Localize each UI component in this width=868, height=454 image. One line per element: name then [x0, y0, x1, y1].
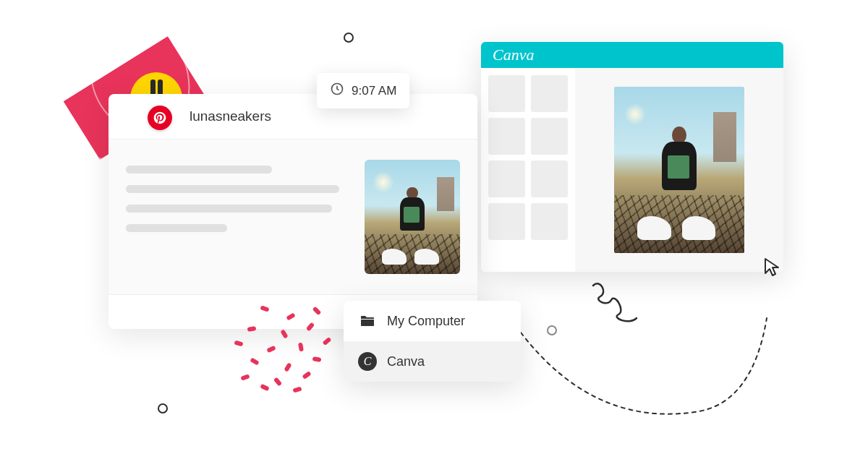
canva-design-image[interactable] [614, 87, 744, 253]
canva-app-window: Canva [481, 42, 783, 272]
canva-template-thumb[interactable] [488, 203, 525, 240]
canva-template-thumb[interactable] [488, 160, 525, 197]
image-source-menu: My Computer C Canva [344, 301, 521, 382]
canva-icon: C [358, 352, 377, 371]
folder-icon [358, 312, 377, 330]
canva-template-thumb[interactable] [531, 160, 568, 197]
scheduled-time-text: 9:07 AM [352, 84, 396, 98]
pinterest-icon [148, 106, 172, 130]
canva-template-grid[interactable] [481, 68, 575, 272]
scheduled-time-badge[interactable]: 9:07 AM [317, 73, 409, 108]
post-image-thumbnail[interactable] [365, 160, 460, 274]
cursor-icon [762, 256, 786, 279]
canva-template-thumb[interactable] [488, 75, 525, 112]
canva-canvas-area[interactable] [575, 68, 783, 272]
post-body [109, 140, 477, 294]
post-username: lunasneakers [190, 108, 271, 124]
decoration-confetti [221, 296, 352, 398]
canva-template-thumb[interactable] [531, 75, 568, 112]
canva-logo: Canva [493, 46, 534, 64]
menu-item-label: Canva [387, 354, 425, 369]
canva-template-thumb[interactable] [531, 118, 568, 155]
clock-icon [330, 82, 344, 100]
menu-item-label: My Computer [387, 314, 465, 329]
decoration-circle [158, 403, 168, 414]
canva-template-thumb[interactable] [531, 203, 568, 240]
source-option-computer[interactable]: My Computer [344, 301, 521, 341]
decoration-circle [344, 33, 354, 43]
canva-titlebar: Canva [481, 42, 783, 68]
decoration-squiggle [586, 275, 658, 333]
source-option-canva[interactable]: C Canva [344, 341, 521, 382]
canva-template-thumb[interactable] [488, 118, 525, 155]
post-text-placeholder [126, 160, 350, 244]
